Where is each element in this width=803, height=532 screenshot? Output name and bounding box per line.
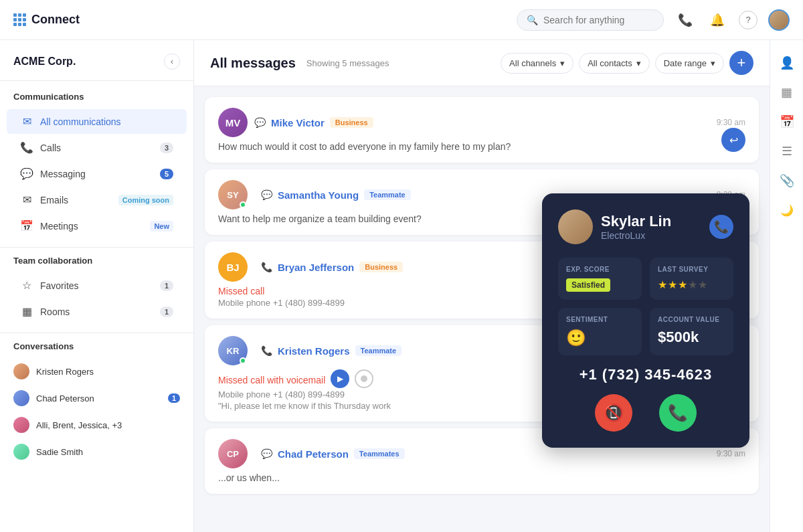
sidebar-item-messaging[interactable]: 💬 Messaging 5 [7, 161, 187, 186]
msg-tag-mike-victor: Business [330, 117, 373, 128]
sidebar-item-rooms[interactable]: ▦ Rooms 1 [7, 299, 187, 324]
rail-icon-person[interactable]: 👤 [775, 51, 799, 75]
chevron-down-icon: ▾ [636, 58, 641, 68]
rail-icon-list[interactable]: ☰ [775, 139, 799, 163]
search-input[interactable] [543, 15, 654, 25]
accept-call-button[interactable]: 📞 [659, 394, 697, 432]
call-phone-icon-btn[interactable]: 📞 [709, 215, 733, 239]
phone-icon[interactable]: 📞 [675, 9, 696, 31]
msg-name-kristen: Kristen Rogers [278, 345, 350, 357]
last-survey-label: LAST SURVEY [658, 266, 725, 273]
incoming-call-overlay: Skylar Lin ElectroLux 📞 EXP. SCORE Satis… [542, 193, 749, 448]
avatar-bryan-jefferson: BJ [218, 252, 248, 282]
msg-info-mike-victor: 💬 Mike Victor Business [254, 117, 710, 128]
exp-score-label: EXP. SCORE [566, 266, 634, 273]
rail-icon-moon[interactable]: 🌙 [775, 198, 799, 222]
all-communications-icon: ✉ [20, 115, 33, 128]
channel-icon-bj: 📞 [261, 262, 272, 272]
topnav: Connect 🔍 📞 🔔 ? [0, 0, 803, 40]
grid-icon [13, 13, 26, 26]
content-subtitle: Showing 5 messages [306, 58, 389, 68]
msg-text-chad: ...or us when... [218, 472, 745, 483]
content-header: All messages Showing 5 messages All chan… [194, 40, 770, 86]
msg-info-chad: 💬 Chad Peterson Teammates [261, 448, 710, 460]
channel-icon-sy: 💬 [261, 189, 272, 200]
app-logo: Connect [13, 13, 80, 27]
topnav-icons: 📞 🔔 ? [675, 9, 790, 31]
favorites-icon: ☆ [20, 279, 33, 292]
sentiment-emoji: 🙂 [566, 329, 586, 347]
sidebar-item-meetings[interactable]: 📅 Meetings New [7, 213, 187, 238]
call-contact-row: Skylar Lin ElectroLux 📞 [558, 209, 733, 244]
calls-badge: 3 [160, 143, 173, 153]
chevron-down-icon: ▾ [560, 58, 565, 68]
survey-stars: ★★★★★ [658, 278, 725, 291]
collapse-sidebar-button[interactable]: ‹ [164, 54, 180, 70]
rooms-label: Rooms [40, 306, 153, 317]
call-avatar [558, 209, 593, 244]
call-phone-number: +1 (732) 345-4623 [558, 366, 733, 383]
online-indicator-samantha [240, 201, 246, 208]
call-contact-name: Skylar Lin [601, 213, 671, 230]
filter-channels[interactable]: All channels ▾ [501, 53, 573, 74]
content-area: All messages Showing 5 messages All chan… [194, 40, 770, 532]
company-name: ACME Corp. [13, 56, 76, 68]
convo-item-sadie[interactable]: Sadie Smith [0, 438, 193, 465]
app-title: Connect [31, 13, 80, 27]
rail-icon-grid[interactable]: ▦ [775, 80, 799, 104]
rooms-icon: ▦ [20, 305, 33, 318]
messages-area: MV 💬 Mike Victor Business 9:30 am How mu… [194, 86, 770, 532]
rooms-badge: 1 [160, 306, 173, 317]
msg-name-chad: Chad Peterson [278, 448, 349, 460]
play-voicemail-button[interactable]: ▶ [331, 369, 349, 388]
help-icon[interactable]: ? [739, 11, 757, 29]
sidebar-item-emails[interactable]: ✉ Emails Coming soon [7, 187, 187, 212]
stat-last-survey: LAST SURVEY ★★★★★ [650, 258, 733, 300]
msg-tag-kristen: Teammate [355, 345, 402, 356]
convo-name-chad: Chad Peterson [36, 393, 161, 404]
main-layout: ACME Corp. ‹ Communications ✉ All commun… [0, 40, 803, 532]
convo-item-chad[interactable]: Chad Peterson 1 [0, 385, 193, 412]
exp-score-value: Satisfied [566, 278, 610, 292]
filter-contacts-label: All contacts [588, 58, 632, 68]
convo-name-kristen: Kristen Rogers [36, 367, 180, 377]
notifications-icon[interactable]: 🔔 [707, 9, 728, 31]
favorites-label: Favorites [40, 280, 153, 291]
emails-label: Emails [40, 195, 112, 205]
chevron-down-icon: ▾ [711, 58, 715, 68]
convo-item-alli[interactable]: Alli, Brent, Jessica, +3 [0, 412, 193, 438]
user-avatar[interactable] [768, 9, 790, 31]
sidebar-item-favorites[interactable]: ☆ Favorites 1 [7, 273, 187, 298]
msg-name-samantha: Samantha Young [278, 189, 359, 201]
filter-row: All channels ▾ All contacts ▾ Date range… [501, 51, 753, 75]
sentiment-label: SENTIMENT [566, 316, 634, 323]
sidebar-item-calls[interactable]: 📞 Calls 3 [7, 135, 187, 160]
rail-icon-calendar[interactable]: 📅 [775, 110, 799, 134]
convo-item-kristen[interactable]: Kristen Rogers [0, 358, 193, 385]
sidebar-item-all-communications[interactable]: ✉ All communications [7, 109, 187, 134]
channel-icon-kr: 📞 [261, 345, 272, 356]
emails-badge: Coming soon [118, 195, 173, 205]
decline-call-button[interactable]: 📵 [595, 394, 632, 432]
meetings-icon: 📅 [20, 219, 33, 232]
msg-tag-bryan: Business [359, 262, 403, 272]
calls-icon: 📞 [20, 141, 33, 154]
team-collaboration-label: Team collaboration [0, 256, 193, 272]
filter-daterange[interactable]: Date range ▾ [655, 53, 724, 74]
record-button[interactable] [355, 369, 373, 388]
account-value: $500k [658, 329, 699, 345]
avatar-chad-peterson: CP [218, 439, 248, 468]
filter-contacts[interactable]: All contacts ▾ [579, 53, 649, 74]
call-actions: 📵 📞 [558, 394, 733, 432]
sidebar: ACME Corp. ‹ Communications ✉ All commun… [0, 40, 194, 532]
stat-sentiment: SENTIMENT 🙂 [558, 308, 642, 355]
search-bar[interactable]: 🔍 [517, 9, 664, 31]
message-card-mike-victor[interactable]: MV 💬 Mike Victor Business 9:30 am How mu… [205, 97, 759, 163]
reply-button-mike-victor[interactable]: ↩ [721, 128, 745, 152]
add-message-button[interactable]: + [729, 51, 753, 75]
communications-section-label: Communications [0, 92, 193, 108]
msg-tag-chad: Teammates [354, 448, 405, 459]
filter-daterange-label: Date range [664, 58, 707, 68]
content-title: All messages [210, 56, 296, 71]
rail-icon-attach[interactable]: 📎 [775, 169, 799, 193]
